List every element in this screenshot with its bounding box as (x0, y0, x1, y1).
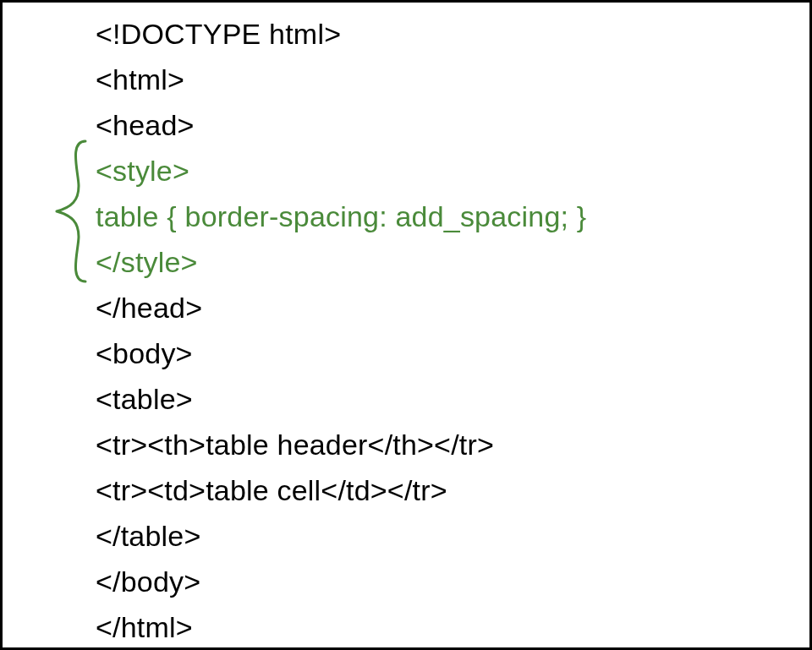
code-line-09: <table> (96, 376, 793, 422)
code-line-14: </html> (96, 604, 793, 650)
code-line-03: <head> (96, 102, 793, 148)
code-line-10: <tr><th>table header</th></tr> (96, 422, 793, 467)
code-line-01: <!DOCTYPE html> (96, 11, 793, 57)
code-line-12: </table> (96, 513, 793, 559)
code-line-08: <body> (96, 330, 793, 376)
code-line-11: <tr><td>table cell</td></tr> (96, 467, 793, 513)
code-line-04: <style> (96, 148, 793, 194)
curly-bracket-icon (53, 139, 87, 283)
code-line-07: </head> (96, 285, 793, 330)
code-line-05: table { border-spacing: add_spacing; } (96, 194, 793, 239)
code-line-02: <html> (96, 57, 793, 102)
code-line-13: </body> (96, 559, 793, 604)
code-line-06: </style> (96, 239, 793, 285)
code-frame: <!DOCTYPE html> <html> <head> <style> ta… (0, 0, 812, 650)
